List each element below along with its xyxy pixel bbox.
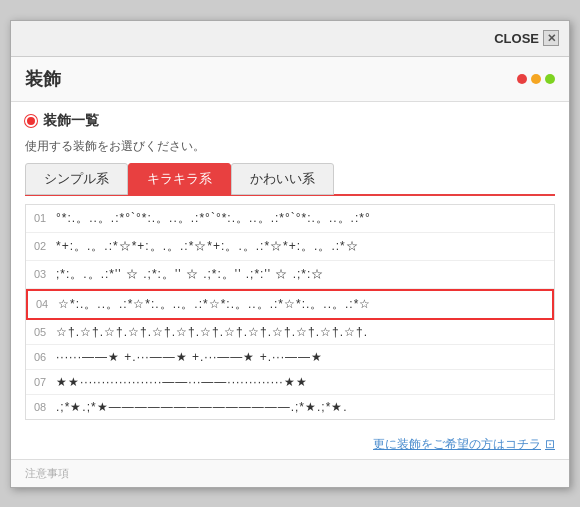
close-button[interactable]: CLOSE ✕ [494,30,559,46]
tabs: シンプル系 キラキラ系 かわいい系 [25,163,555,195]
dot-red [517,74,527,84]
section-title: 装飾一覧 [25,112,555,130]
list-item[interactable]: 08 .;*★.;*★——————————————.;*★.;*★. [26,395,554,419]
item-num: 02 [34,240,56,252]
item-text: ;*:。.。.:*'' ☆ .;*:。'' ☆ .;*:。'' .;*:'' ☆… [56,266,324,283]
item-text: ★★···················——···——············… [56,375,308,389]
decoration-list[interactable]: 01 °*:.。..。.:*°`°*:.。..。.:*°`°*:.。..。.:*… [25,204,555,420]
dialog: CLOSE ✕ 装飾 装飾一覧 使用する装飾をお選びください。 シンプル系 キラ… [10,20,570,488]
header-dots [517,74,555,84]
item-text: *+:。.。.:*☆*+:。.。.:*☆*+:。.。.:*☆*+:。.。.:*☆ [56,238,359,255]
list-item[interactable]: 02 *+:。.。.:*☆*+:。.。.:*☆*+:。.。.:*☆*+:。.。.… [26,233,554,261]
item-text: ······——★ +.···——★ +.···——★ +.···——★ [56,350,323,364]
tab-simple[interactable]: シンプル系 [25,163,128,195]
footer-link-text: 更に装飾をご希望の方はコチラ [373,436,541,453]
tabs-container: シンプル系 キラキラ系 かわいい系 [25,163,555,196]
section-title-text: 装飾一覧 [43,112,99,130]
bottom-bar: 注意事項 [11,459,569,487]
dialog-title: 装飾 [25,67,61,91]
footer-link-icon: ⊡ [545,437,555,451]
footer-link[interactable]: 更に装飾をご希望の方はコチラ ⊡ [11,430,569,459]
list-item[interactable]: 01 °*:.。..。.:*°`°*:.。..。.:*°`°*:.。..。.:*… [26,205,554,233]
list-item[interactable]: 03 ;*:。.。.:*'' ☆ .;*:。'' ☆ .;*:。'' .;*:'… [26,261,554,289]
item-num: 04 [36,298,58,310]
tab-kirakira[interactable]: キラキラ系 [128,163,231,195]
radio-icon [25,115,37,127]
dot-orange [531,74,541,84]
item-num: 07 [34,376,56,388]
item-text: °*:.。..。.:*°`°*:.。..。.:*°`°*:.。..。.:*°`°… [56,210,371,227]
item-text: .;*★.;*★——————————————.;*★.;*★. [56,400,348,414]
list-item[interactable]: 05 ☆†.☆†.☆†.☆†.☆†.☆†.☆†.☆†.☆†.☆†.☆†.☆†.☆… [26,320,554,345]
item-num: 05 [34,326,56,338]
item-text: ☆†.☆†.☆†.☆†.☆†.☆†.☆†.☆†.☆†.☆†.☆†.☆†.☆†. [56,325,368,339]
item-num: 01 [34,212,56,224]
item-num: 03 [34,268,56,280]
tab-kawaii[interactable]: かわいい系 [231,163,334,195]
item-text: ☆*:.。..。.:*☆*:.。..。.:*☆*:.。..。.:*☆*:.。..… [58,296,371,313]
list-item[interactable]: 06 ······——★ +.···——★ +.···——★ +.···——★ [26,345,554,370]
titlebar: CLOSE ✕ [11,21,569,57]
item-num: 06 [34,351,56,363]
dialog-body: 装飾一覧 使用する装飾をお選びください。 シンプル系 キラキラ系 かわいい系 0… [11,102,569,430]
list-item[interactable]: 07 ★★···················——···——·········… [26,370,554,395]
dialog-header: 装飾 [11,57,569,102]
description: 使用する装飾をお選びください。 [25,138,555,155]
dot-green [545,74,555,84]
bottom-bar-text: 注意事項 [25,467,69,479]
list-item-selected[interactable]: 04 ☆*:.。..。.:*☆*:.。..。.:*☆*:.。..。.:*☆*:.… [26,289,554,320]
close-icon: ✕ [543,30,559,46]
close-label: CLOSE [494,31,539,46]
item-num: 08 [34,401,56,413]
